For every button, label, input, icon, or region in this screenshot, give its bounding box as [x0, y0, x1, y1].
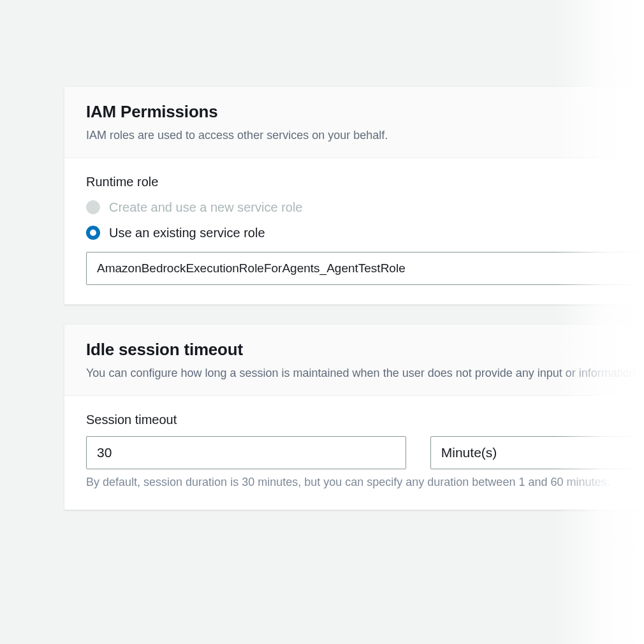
- radio-icon: [86, 200, 100, 214]
- session-timeout-input[interactable]: 30: [86, 436, 406, 469]
- runtime-role-label: Runtime role: [86, 175, 644, 189]
- session-timeout-units: Minute(s): [441, 445, 497, 460]
- idle-session-timeout-panel: Idle session timeout You can configure h…: [64, 324, 644, 510]
- session-timeout-label: Session timeout: [86, 413, 644, 427]
- iam-permissions-title: IAM Permissions: [86, 102, 644, 122]
- panel-body: Session timeout 30 Minute(s) By default,…: [64, 396, 644, 509]
- panel-body: Runtime role Create and use a new servic…: [64, 158, 644, 304]
- session-timeout-help: By default, session duration is 30 minut…: [86, 474, 644, 490]
- session-timeout-value: 30: [97, 445, 112, 460]
- existing-role-select[interactable]: AmazonBedrockExecutionRoleForAgents_Agen…: [86, 252, 644, 285]
- idle-timeout-title: Idle session timeout: [86, 340, 644, 360]
- panel-header: IAM Permissions IAM roles are used to ac…: [64, 87, 644, 158]
- iam-permissions-subtitle: IAM roles are used to access other servi…: [86, 127, 644, 143]
- radio-use-existing-role[interactable]: Use an existing service role: [86, 224, 644, 242]
- session-timeout-units-select[interactable]: Minute(s): [430, 436, 644, 469]
- radio-create-new-role[interactable]: Create and use a new service role: [86, 198, 644, 216]
- idle-timeout-subtitle: You can configure how long a session is …: [86, 365, 644, 381]
- radio-icon: [86, 226, 100, 240]
- existing-role-value: AmazonBedrockExecutionRoleForAgents_Agen…: [97, 261, 406, 275]
- radio-create-label: Create and use a new service role: [109, 198, 303, 216]
- iam-permissions-panel: IAM Permissions IAM roles are used to ac…: [64, 86, 644, 305]
- panel-header: Idle session timeout You can configure h…: [64, 325, 644, 396]
- radio-existing-label: Use an existing service role: [109, 224, 265, 242]
